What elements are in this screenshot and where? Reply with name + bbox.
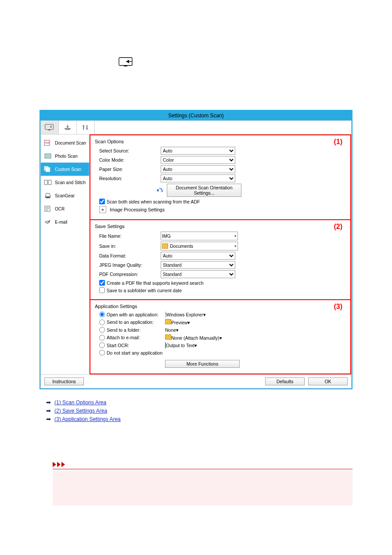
title-bar: Settings (Custom Scan) — [40, 111, 352, 120]
scangear-icon — [43, 192, 52, 199]
send-folder-label: Send to a folder: — [107, 327, 140, 333]
arrow-icon: ➡ — [46, 416, 51, 422]
scan-options-title: Scan Options — [95, 139, 346, 144]
resolution-label: Resolution: — [99, 176, 161, 181]
arrow-icon: ➡ — [46, 399, 51, 406]
svg-point-8 — [86, 127, 88, 129]
data-format-label: Data Format: — [99, 253, 161, 258]
link-save-settings[interactable]: (2) Save Settings Area — [54, 408, 107, 414]
color-mode-label: Color Mode: — [99, 157, 161, 163]
orientation-settings-button[interactable]: Document Scan Orientation Settings... — [167, 184, 241, 197]
open-with-dropdown[interactable]: Windows Explorer▾ — [165, 312, 206, 317]
create-pdf-label: Create a PDF file that supports keyword … — [107, 280, 204, 286]
sidebar-item-custom-scan[interactable]: Custom Scan — [41, 163, 89, 176]
pdf-compression-label: PDF Compression: — [99, 272, 161, 277]
svg-rect-3 — [45, 124, 54, 130]
send-app-radio[interactable] — [99, 319, 105, 325]
send-folder-dropdown[interactable]: None▾ — [165, 327, 179, 333]
scan-options-panel: (1) Scan Options Select Source: Auto Col… — [90, 134, 351, 220]
jpeg-quality-dropdown[interactable]: Standard — [161, 261, 235, 269]
create-pdf-checkbox[interactable] — [99, 280, 105, 286]
svg-rect-15 — [44, 180, 47, 185]
sidebar-item-label: Scan and Stitch — [55, 180, 86, 185]
link-scan-options[interactable]: (1) Scan Options Area — [54, 399, 106, 406]
select-source-dropdown[interactable]: Auto — [161, 147, 235, 155]
sidebar: PDF Document Scan Photo Scan Custom Scan… — [41, 134, 90, 374]
anchor-links: ➡ (1) Scan Options Area ➡ (2) Save Setti… — [46, 399, 392, 422]
pdf-compression-dropdown[interactable]: Standard — [161, 270, 235, 278]
ocr-icon — [43, 206, 52, 212]
attach-email-label: Attach to e-mail: — [107, 335, 140, 340]
important-block — [53, 462, 352, 505]
footer: Instructions Defaults OK — [41, 374, 351, 388]
attach-email-dropdown[interactable]: None (Attach Manually)▾ — [165, 334, 222, 341]
sidebar-item-label: Photo Scan — [55, 154, 78, 159]
sidebar-item-document-scan[interactable]: PDF Document Scan — [41, 136, 89, 149]
sidebar-item-label: Custom Scan — [55, 167, 81, 172]
instructions-button[interactable]: Instructions — [44, 377, 84, 385]
open-with-radio[interactable] — [99, 312, 105, 317]
svg-rect-14 — [46, 167, 50, 172]
send-app-dropdown[interactable]: Preview▾ — [165, 319, 190, 325]
data-format-dropdown[interactable]: Auto — [161, 252, 235, 260]
sidebar-item-label: ScanGear — [55, 193, 75, 198]
image-processing-label: Image Processing Settings — [110, 207, 165, 212]
photo-scan-icon — [43, 153, 52, 159]
sidebar-item-photo-scan[interactable]: Photo Scan — [41, 149, 89, 163]
folder-icon — [165, 319, 171, 324]
color-mode-dropdown[interactable]: Color — [161, 156, 235, 164]
both-sides-label: Scan both sides when scanning from the A… — [107, 199, 200, 204]
application-settings-panel: (3) Application Settings Open with an ap… — [90, 300, 351, 374]
application-settings-title: Application Settings — [95, 304, 346, 309]
svg-rect-16 — [48, 180, 51, 185]
ok-button[interactable]: OK — [308, 377, 348, 385]
sidebar-item-ocr[interactable]: OCR — [41, 202, 89, 215]
tab-from-computer[interactable] — [41, 121, 59, 134]
save-settings-panel: (2) Save Settings File Name: IMG▾ Save i… — [90, 220, 351, 300]
sidebar-item-email[interactable]: E-mail — [41, 215, 89, 229]
sidebar-item-label: Document Scan — [55, 141, 86, 145]
more-functions-button[interactable]: More Functions — [165, 360, 240, 368]
link-app-settings[interactable]: (3) Application Settings Area — [54, 416, 121, 422]
expand-icon[interactable]: + — [99, 206, 106, 213]
custom-scan-icon — [43, 166, 52, 172]
start-ocr-label: Start OCR: — [107, 343, 129, 348]
panel-num-1: (1) — [334, 138, 342, 146]
select-source-label: Select Source: — [99, 148, 161, 153]
tab-from-scanner[interactable] — [59, 121, 77, 134]
file-name-input[interactable]: IMG▾ — [161, 232, 238, 240]
folder-icon — [165, 334, 171, 340]
svg-rect-12 — [45, 154, 50, 158]
sidebar-item-label: E-mail — [55, 220, 67, 225]
start-ocr-radio[interactable] — [99, 342, 105, 348]
description-icon — [119, 57, 277, 67]
arrow-icon: ➡ — [46, 407, 51, 414]
sidebar-item-scangear[interactable]: ScanGear — [41, 189, 89, 202]
subfolder-checkbox[interactable] — [99, 287, 105, 293]
tab-settings-general[interactable] — [77, 121, 95, 134]
folder-icon — [162, 243, 168, 249]
both-sides-checkbox[interactable] — [99, 199, 105, 204]
svg-rect-4 — [48, 130, 50, 131]
window-title: Settings (Custom Scan) — [168, 112, 224, 119]
send-folder-radio[interactable] — [99, 327, 105, 333]
save-in-dropdown[interactable]: Documents▾ — [161, 242, 238, 250]
dialog-window: Settings (Custom Scan) PDF Document Scan — [40, 110, 352, 389]
start-ocr-dropdown[interactable]: Output to Text▾ — [165, 343, 197, 348]
file-name-label: File Name: — [99, 233, 161, 239]
paper-size-label: Paper Size: — [99, 167, 161, 172]
sidebar-item-scan-and-stitch[interactable]: Scan and Stitch — [41, 176, 89, 189]
resolution-dropdown[interactable]: Auto — [161, 174, 235, 182]
main-area: (1) Scan Options Select Source: Auto Col… — [90, 134, 351, 374]
document-scan-icon: PDF — [43, 140, 52, 146]
defaults-button[interactable]: Defaults — [265, 377, 305, 385]
svg-rect-1 — [124, 65, 127, 66]
save-in-label: Save in: — [99, 243, 161, 249]
sidebar-item-label: OCR — [55, 207, 65, 211]
no-app-radio[interactable] — [99, 350, 105, 355]
paper-size-dropdown[interactable]: Auto — [161, 165, 235, 173]
subfolder-label: Save to a subfolder with current date — [107, 288, 182, 293]
attach-email-radio[interactable] — [99, 335, 105, 341]
svg-text:PDF: PDF — [45, 141, 50, 144]
panel-num-2: (2) — [334, 223, 342, 231]
